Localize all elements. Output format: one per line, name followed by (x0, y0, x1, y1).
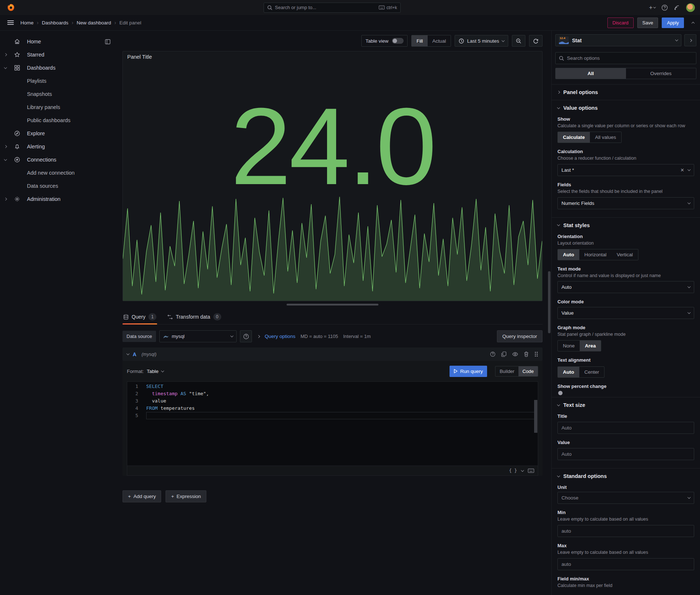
panel-options-pane: 12.4 Stat All Overrides (551, 31, 700, 595)
refresh-button[interactable] (529, 35, 542, 47)
value-size-input[interactable] (557, 448, 694, 460)
sidebar-item-administration[interactable]: Administration (0, 192, 116, 206)
main-scrollbar[interactable] (548, 271, 551, 333)
duplicate-query-icon[interactable] (501, 351, 506, 357)
remove-query-trash-icon[interactable] (524, 351, 529, 357)
news-rss-icon[interactable] (674, 4, 680, 11)
sidebar-item-explore[interactable]: Explore (0, 127, 116, 140)
tab-overrides[interactable]: Overrides (626, 68, 696, 79)
collapse-options-pane-icon[interactable] (684, 34, 696, 46)
sidebar-item-dashboards[interactable]: Dashboards (0, 61, 116, 74)
options-search-box[interactable] (555, 52, 696, 64)
drag-handle-icon[interactable] (534, 351, 538, 357)
sidebar-item-alerting[interactable]: Alerting (0, 140, 116, 153)
sql-code-editor[interactable]: 1SELECT 2 timestamp AS "time", 3 value 4… (127, 381, 538, 466)
sidebar-item-add-new-connection[interactable]: Add new connection (0, 166, 116, 179)
sidebar-item-connections[interactable]: Connections (0, 153, 116, 166)
all-values-option[interactable]: All values (590, 132, 621, 143)
query-options-link[interactable]: Query options (265, 334, 295, 339)
help-icon[interactable] (661, 4, 668, 11)
breadcrumb-new-dashboard[interactable]: New dashboard (77, 20, 111, 26)
orientation-horizontal[interactable]: Horizontal (579, 249, 612, 260)
dock-sidebar-icon[interactable] (105, 39, 110, 44)
discard-button[interactable]: Discard (607, 18, 634, 28)
sidebar-item-library-panels[interactable]: Library panels (0, 101, 116, 114)
time-range-picker[interactable]: Last 5 minutes (455, 35, 508, 47)
align-auto[interactable]: Auto (558, 367, 579, 377)
fill-option[interactable]: Fill (412, 35, 427, 46)
actual-option[interactable]: Actual (428, 35, 451, 46)
sidebar-item-data-sources[interactable]: Data sources (0, 179, 116, 192)
panel-title[interactable]: Panel Title (127, 54, 152, 60)
panel-options-header[interactable]: Panel options (552, 85, 700, 100)
query-row-header[interactable]: A (mysql) (122, 347, 542, 361)
title-size-input[interactable] (557, 422, 694, 434)
unit-select[interactable]: Choose (557, 492, 694, 504)
builder-option[interactable]: Builder (495, 366, 518, 376)
editor-braces-icon[interactable]: { } (509, 468, 517, 473)
run-query-button[interactable]: Run query (450, 366, 487, 377)
datasource-select[interactable]: mysql (159, 330, 237, 342)
orientation-auto[interactable]: Auto (558, 249, 579, 260)
stat-styles-header[interactable]: Stat styles (552, 218, 700, 233)
global-search-input[interactable] (275, 5, 376, 10)
color-mode-select[interactable]: Value (557, 307, 694, 319)
graph-mode-area[interactable]: Area (580, 341, 601, 351)
add-new-button[interactable]: + (649, 4, 656, 11)
sidebar-item-starred[interactable]: Starred (0, 48, 116, 61)
min-input[interactable] (557, 525, 694, 537)
clear-icon[interactable]: ✕ (680, 167, 684, 173)
sidebar-item-playlists[interactable]: Playlists (0, 74, 116, 88)
format-value: Table (147, 369, 159, 374)
hide-response-eye-icon[interactable] (512, 352, 518, 357)
orientation-vertical[interactable]: Vertical (612, 249, 638, 260)
format-select[interactable]: Table (147, 369, 164, 374)
grafana-logo-icon[interactable] (7, 3, 15, 12)
collapse-header-icon[interactable] (692, 19, 694, 26)
value-options-header[interactable]: Value options (552, 100, 700, 116)
add-query-button[interactable]: +Add query (122, 490, 161, 502)
text-mode-desc: Control if name and value is displayed o… (557, 273, 694, 279)
tab-query[interactable]: Query 1 (122, 313, 157, 324)
options-search-input[interactable] (567, 55, 693, 61)
editor-keyboard-icon[interactable] (528, 468, 534, 473)
panel-resize-handle[interactable] (287, 304, 378, 306)
breadcrumb-home[interactable]: Home (20, 20, 34, 26)
editor-expand-icon[interactable] (521, 468, 524, 471)
standard-options-header[interactable]: Standard options (552, 468, 700, 484)
align-center[interactable]: Center (579, 367, 604, 377)
table-view-toggle[interactable] (392, 38, 404, 44)
calculate-option[interactable]: Calculate (558, 132, 590, 143)
text-size-header[interactable]: Text size (552, 397, 700, 413)
apply-button[interactable]: Apply (662, 18, 684, 28)
editor-scrollbar[interactable] (534, 400, 537, 433)
sidebar-item-snapshots[interactable]: Snapshots (0, 88, 116, 101)
fields-desc: Select the fields that should be include… (557, 188, 694, 195)
menu-toggle-icon[interactable] (7, 20, 14, 25)
graph-mode-none[interactable]: None (558, 341, 580, 351)
fields-select[interactable]: Numeric Fields (557, 197, 694, 209)
query-count-badge: 1 (148, 313, 156, 320)
zoom-out-button[interactable] (512, 35, 525, 47)
global-search-box[interactable]: ctrl+k (264, 3, 401, 13)
tab-all[interactable]: All (556, 68, 626, 79)
code-option[interactable]: Code (518, 366, 538, 376)
user-avatar[interactable] (686, 3, 695, 12)
sidebar-item-label: Playlists (27, 78, 46, 84)
sparkline-chart (123, 192, 542, 301)
calculation-select[interactable]: Last * ✕ (557, 164, 694, 176)
query-help-icon[interactable] (490, 351, 495, 357)
datasource-help-button[interactable] (240, 330, 252, 342)
query-inspector-button[interactable]: Query inspector (497, 330, 542, 342)
visualization-picker[interactable]: 12.4 Stat (555, 34, 681, 46)
sidebar-item-public-dashboards[interactable]: Public dashboards (0, 114, 116, 127)
sidebar-item-home[interactable]: Home (0, 35, 116, 48)
add-expression-button[interactable]: +Expression (166, 490, 206, 502)
breadcrumb-dashboards[interactable]: Dashboards (42, 20, 69, 26)
tab-transform-data[interactable]: Transform data 0 (167, 313, 222, 324)
max-input[interactable] (557, 558, 694, 570)
format-label: Format: (127, 369, 144, 374)
text-mode-select[interactable]: Auto (557, 281, 694, 293)
datasource-row: Data source mysql Query options MD = aut… (122, 330, 542, 342)
save-button[interactable]: Save (637, 18, 658, 28)
